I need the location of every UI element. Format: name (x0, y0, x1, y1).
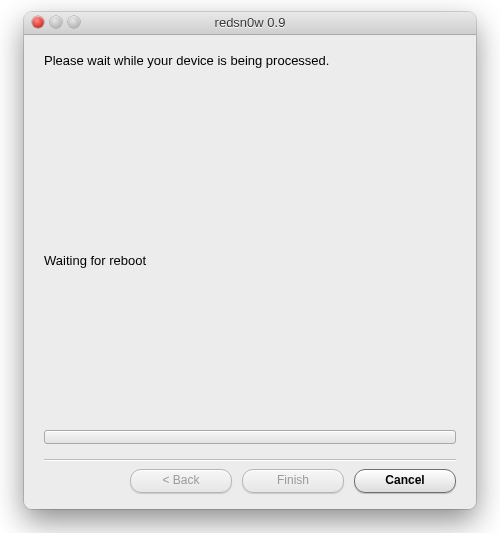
back-button: < Back (130, 469, 232, 493)
progress-bar (44, 430, 456, 444)
content-area: Please wait while your device is being p… (24, 35, 476, 509)
wizard-buttons: < Back Finish Cancel (130, 469, 456, 493)
instruction-text: Please wait while your device is being p… (44, 53, 456, 68)
app-window: redsn0w 0.9 Please wait while your devic… (24, 12, 476, 509)
finish-button: Finish (242, 469, 344, 493)
zoom-icon (68, 16, 80, 28)
window-title: redsn0w 0.9 (215, 15, 286, 30)
close-icon[interactable] (32, 16, 44, 28)
divider (44, 459, 456, 461)
window-controls (32, 16, 80, 28)
status-text: Waiting for reboot (44, 253, 146, 268)
cancel-button[interactable]: Cancel (354, 469, 456, 493)
titlebar: redsn0w 0.9 (24, 12, 476, 35)
minimize-icon (50, 16, 62, 28)
